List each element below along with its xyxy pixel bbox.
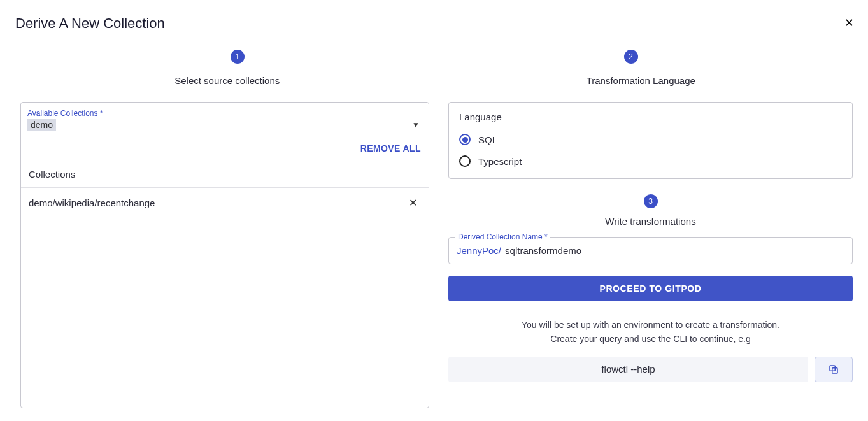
step-1-badge: 1 [231, 50, 245, 64]
language-title: Language [459, 111, 842, 122]
language-option-label: Typescript [478, 156, 522, 167]
cli-command-box: flowctl --help [448, 357, 808, 382]
language-option-sql[interactable]: SQL [459, 134, 842, 145]
stepper-connector [251, 57, 618, 57]
collection-row: demo/wikipedia/recentchange ✕ [21, 188, 429, 218]
language-option-label: SQL [478, 134, 497, 145]
remove-collection-button[interactable]: ✕ [405, 197, 421, 209]
language-panel: Language SQL Typescript [448, 102, 853, 179]
available-collections-label: Available Collections * [27, 109, 422, 118]
step-2-badge: 2 [624, 50, 638, 64]
step-3-label: Write transformations [448, 216, 853, 227]
search-chip[interactable]: demo [27, 119, 56, 131]
close-button[interactable]: ✕ [841, 15, 857, 31]
language-option-typescript[interactable]: Typescript [459, 155, 842, 167]
step-labels: Select source collections Transformation… [20, 75, 848, 86]
available-collections-select[interactable]: demo ▼ [27, 119, 422, 132]
derived-name-label: Derived Collection Name * [455, 232, 550, 241]
radio-checked-icon [459, 134, 471, 145]
remove-all-button[interactable]: REMOVE ALL [360, 143, 421, 153]
close-icon: ✕ [844, 16, 854, 30]
derived-name-prefix: JennyPoc/ [457, 245, 501, 256]
copy-icon [828, 364, 839, 375]
close-icon: ✕ [409, 197, 417, 208]
copy-button[interactable] [815, 357, 853, 382]
collection-name: demo/wikipedia/recentchange [29, 197, 155, 208]
radio-unchecked-icon [459, 155, 471, 167]
help-line-1: You will be set up with an environment t… [448, 318, 853, 332]
collections-header: Collections [21, 161, 429, 188]
cli-command-text: flowctl --help [601, 364, 655, 375]
help-line-2: Create your query and use the CLI to con… [448, 332, 853, 346]
derived-name-field[interactable]: Derived Collection Name * JennyPoc/ [448, 237, 853, 264]
proceed-button[interactable]: PROCEED TO GITPOD [448, 276, 853, 301]
dropdown-caret-icon: ▼ [412, 120, 422, 129]
help-text: You will be set up with an environment t… [448, 318, 853, 346]
page-title: Derive A New Collection [15, 15, 165, 32]
derived-name-input[interactable] [505, 245, 844, 256]
step-1-label: Select source collections [20, 75, 434, 86]
stepper: 1 2 [20, 50, 848, 64]
collections-panel: Available Collections * demo ▼ REMOVE AL… [20, 102, 429, 408]
step-3-badge: 3 [644, 194, 658, 208]
step-2-label: Transformation Language [434, 75, 848, 86]
